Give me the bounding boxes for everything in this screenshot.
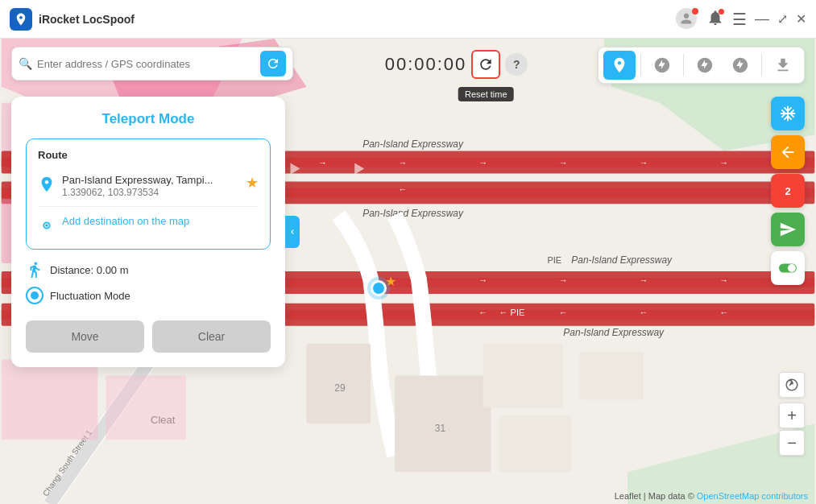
route-dest-icon — [38, 217, 56, 234]
distance-row: Distance: 0.00 m — [26, 261, 271, 279]
title-bar: iRocket LocSpoof ☰ — ⤢ ✕ — [0, 0, 816, 39]
svg-text:←: ← — [478, 308, 487, 317]
svg-text:→: → — [640, 275, 648, 285]
favorite-button[interactable]: ★ — [246, 174, 259, 192]
send-button[interactable] — [771, 213, 805, 246]
svg-rect-46 — [499, 415, 572, 472]
svg-text:→: → — [318, 158, 327, 167]
svg-text:←: ← — [640, 308, 648, 317]
fluctuation-row: Fluctuation Mode — [26, 287, 271, 304]
toolbar-divider-3 — [761, 54, 762, 76]
compass-button[interactable] — [779, 372, 805, 398]
app-title: iRocket LocSpoof — [39, 13, 676, 26]
route-destination-placeholder[interactable]: Add destination on the map — [62, 215, 189, 227]
zoom-controls: + − — [779, 372, 805, 456]
svg-text:Pan-Island Expressway: Pan-Island Expressway — [563, 327, 665, 338]
timer-help-button[interactable]: ? — [505, 53, 528, 76]
route-destination-item[interactable]: Add destination on the map — [38, 210, 259, 239]
svg-text:29: 29 — [334, 382, 346, 394]
panel-buttons: Move Clear — [26, 320, 271, 353]
leaflet-attribution: Leaflet | Map data © — [615, 491, 697, 501]
back-button[interactable] — [771, 135, 805, 169]
svg-text:Pan-Island Expressway: Pan-Island Expressway — [362, 208, 464, 219]
toggle-button[interactable] — [771, 251, 805, 285]
badge-button[interactable]: 2 — [771, 174, 805, 208]
n-path-button[interactable] — [724, 51, 756, 80]
map-attribution: Leaflet | Map data © OpenStreetMap contr… — [615, 491, 808, 501]
right-tools: 2 — [771, 97, 805, 285]
svg-text:→: → — [559, 158, 568, 167]
zoom-in-button[interactable]: + — [779, 403, 805, 428]
osm-link[interactable]: OpenStreetMap contributors — [697, 491, 808, 501]
route-origin-coords: 1.339062, 103.973534 — [62, 187, 239, 198]
svg-text:Pan-Island Expressway: Pan-Island Expressway — [362, 138, 464, 150]
joystick-button[interactable] — [646, 51, 678, 80]
clear-button[interactable]: Clear — [152, 320, 271, 353]
collapse-panel-button[interactable] — [285, 216, 300, 248]
search-icon: 🔍 — [19, 57, 32, 70]
menu-icon[interactable]: ☰ — [732, 10, 747, 29]
left-panel: Teleport Mode Route Pan-Island Expresswa… — [11, 97, 285, 367]
svg-text:→: → — [719, 158, 728, 167]
minimize-button[interactable]: — — [755, 10, 769, 27]
svg-text:→: → — [478, 158, 487, 167]
avatar-notification-dot — [692, 8, 698, 14]
toolbar-divider-1 — [640, 54, 641, 76]
svg-text:←: ← — [559, 308, 568, 317]
panel-title: Teleport Mode — [26, 111, 271, 127]
notification-bell[interactable] — [706, 9, 724, 30]
app-icon — [10, 8, 32, 31]
fluctuation-indicator — [26, 287, 43, 304]
svg-text:→: → — [478, 275, 487, 285]
fullscreen-button[interactable]: ⤢ — [777, 11, 788, 27]
svg-text:→: → — [719, 275, 728, 285]
svg-rect-50 — [2, 360, 98, 440]
route-box: Route Pan-Island Expressway, Tampi... 1.… — [26, 138, 271, 250]
svg-text:PIE: PIE — [547, 255, 561, 265]
distance-text: Distance: 0.00 m — [50, 264, 129, 276]
svg-text:→: → — [559, 275, 568, 285]
fluctuation-label: Fluctuation Mode — [50, 290, 130, 302]
route-origin-item: Pan-Island Expressway, Tampi... 1.339062… — [38, 169, 259, 203]
search-bar[interactable]: 🔍 — [11, 47, 293, 81]
close-button[interactable]: ✕ — [796, 11, 806, 27]
title-actions: ☰ — ⤢ ✕ — [676, 8, 806, 31]
location-marker: ★ — [371, 280, 387, 296]
svg-text:→: → — [399, 158, 408, 167]
distance-icon — [26, 261, 43, 279]
svg-rect-51 — [106, 376, 186, 440]
svg-text:→: → — [640, 158, 648, 167]
badge-count: 2 — [785, 185, 790, 197]
route-origin-title: Pan-Island Expressway, Tampi... — [62, 174, 239, 186]
s-path-button[interactable] — [689, 51, 721, 80]
route-origin-content: Pan-Island Expressway, Tampi... 1.339062… — [62, 174, 239, 198]
top-toolbar — [598, 47, 805, 84]
timer-reset-button[interactable]: Reset time — [471, 50, 500, 79]
avatar[interactable] — [676, 8, 698, 31]
svg-text:←: ← — [719, 308, 728, 317]
svg-point-57 — [788, 264, 796, 272]
timer-area: 00:00:00 Reset time ? — [306, 50, 607, 79]
toolbar-divider-2 — [683, 54, 684, 76]
svg-text:← PIE: ← PIE — [499, 308, 525, 317]
svg-text:Pan-Island Expressway: Pan-Island Expressway — [571, 254, 673, 266]
freeze-button[interactable] — [771, 97, 805, 130]
import-button[interactable] — [767, 51, 799, 80]
route-divider — [38, 206, 259, 207]
zoom-out-button[interactable]: − — [779, 430, 805, 456]
reset-tooltip: Reset time — [458, 87, 514, 101]
route-label: Route — [38, 149, 259, 161]
route-origin-icon — [38, 176, 56, 193]
svg-point-55 — [45, 224, 48, 227]
refresh-button[interactable] — [260, 51, 286, 76]
svg-text:←: ← — [399, 184, 408, 194]
bell-notification-dot — [719, 9, 724, 14]
timer-display: 00:00:00 — [385, 54, 467, 75]
svg-rect-45 — [579, 352, 644, 400]
svg-rect-44 — [483, 344, 564, 408]
move-button[interactable]: Move — [26, 320, 144, 353]
teleport-mode-button[interactable] — [603, 51, 636, 80]
fluctuation-dot-inner — [31, 291, 39, 300]
search-input[interactable] — [37, 58, 257, 70]
svg-text:31: 31 — [435, 423, 446, 434]
